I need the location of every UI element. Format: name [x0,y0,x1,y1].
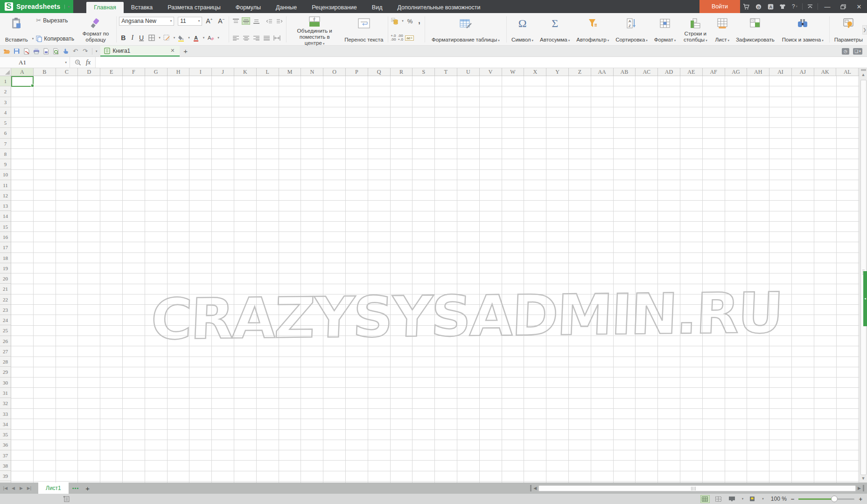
autosum-dropdown-icon[interactable]: ▾ [568,39,570,42]
app-logo[interactable]: S Spreadsheets ▾ [0,0,73,13]
row-header-2[interactable]: 2 [0,86,11,97]
row-header-36[interactable]: 36 [0,440,11,450]
open-icon[interactable] [2,47,11,56]
font-size-select[interactable]: 11▾ [178,17,202,26]
align-center-icon[interactable] [242,34,250,42]
column-header-AI[interactable]: AI [769,68,792,76]
ribbon-expand-icon[interactable]: ❯ [862,25,867,35]
column-header-F[interactable]: F [123,68,145,76]
autofilter-dropdown-icon[interactable]: ▾ [608,39,609,42]
column-header-Y[interactable]: Y [546,68,569,76]
tab-Рецензирование[interactable]: Рецензирование [304,2,364,13]
autofilter-button[interactable]: Автофильтр▾ [573,14,612,44]
column-header-D[interactable]: D [78,68,100,76]
text-format-button[interactable]: ae+ [405,35,414,41]
tab-Разметка страницы[interactable]: Разметка страницы [160,2,228,13]
print-icon[interactable] [32,47,41,56]
normal-view-icon[interactable] [700,495,710,503]
column-header-B[interactable]: B [34,68,56,76]
cut-button[interactable]: ✂ Вырезать [35,16,76,24]
column-header-C[interactable]: C [56,68,78,76]
row-header-8[interactable]: 8 [0,149,11,159]
document-close-icon[interactable]: ✕ [170,48,175,54]
column-header-G[interactable]: G [145,68,168,76]
login-button[interactable]: Войти [699,0,740,13]
column-header-X[interactable]: X [524,68,546,76]
row-header-29[interactable]: 29 [0,367,11,377]
row-header-13[interactable]: 13 [0,201,11,211]
close-button[interactable]: ✕ [851,0,867,13]
column-header-S[interactable]: S [413,68,435,76]
column-header-AG[interactable]: AG [725,68,748,76]
print-preview-icon[interactable] [51,47,60,56]
document-tab[interactable]: Книга1 ✕ [100,46,180,56]
zoom-slider[interactable] [798,498,854,500]
row-header-5[interactable]: 5 [0,118,11,128]
sort-button[interactable]: AZ Сортировка▾ [612,14,651,44]
rows-columns-dropdown-icon[interactable]: ▾ [706,39,707,42]
tab-Главная[interactable]: Главная [86,2,124,13]
row-header-12[interactable]: 12 [0,190,11,201]
tab-Вставка[interactable]: Вставка [124,2,160,13]
row-header-34[interactable]: 34 [0,419,11,429]
app-menu-dropdown-icon[interactable]: ▾ [64,5,70,9]
selection-mode-icon[interactable] [63,496,70,502]
row-header-18[interactable]: 18 [0,253,11,263]
undo-icon[interactable]: ↶ [71,47,80,56]
row-header-6[interactable]: 6 [0,128,11,138]
page-break-view-icon[interactable] [714,495,723,503]
history-icon[interactable]: ◷ [842,48,849,55]
restore-button[interactable] [835,0,851,13]
clear-format-button[interactable]: A [206,34,215,42]
row-header-27[interactable]: 27 [0,346,11,357]
column-header-AB[interactable]: AB [614,68,636,76]
currency-dropdown-icon[interactable]: ▾ [402,19,404,23]
tab-Вид[interactable]: Вид [364,2,390,13]
docer-icon[interactable]: D [752,0,764,13]
row-header-11[interactable]: 11 [0,180,11,190]
column-header-K[interactable]: K [234,68,257,76]
minimize-button[interactable]: — [819,0,835,13]
rows-columns-button[interactable]: Строки и столбцы▾ [679,14,712,44]
zoom-out-button[interactable]: − [791,496,795,503]
column-header-I[interactable]: I [189,68,212,76]
sheet-dropdown-icon[interactable]: ▾ [727,39,729,42]
row-header-31[interactable]: 31 [0,388,11,398]
column-header-V[interactable]: V [480,68,502,76]
column-header-J[interactable]: J [212,68,234,76]
quick-access-dropdown-icon[interactable]: ▾ [96,49,98,53]
increase-decimal-button[interactable]: +.0.00 [391,34,396,42]
scroll-left-icon[interactable]: ◀ [533,486,537,490]
table-format-dropdown-icon[interactable]: ▾ [498,39,500,42]
horizontal-split-handle-right[interactable] [863,485,864,491]
row-header-37[interactable]: 37 [0,450,11,461]
tab-Формулы[interactable]: Формулы [228,2,268,13]
horizontal-split-handle[interactable] [530,485,531,491]
find-replace-button[interactable]: Поиск и замена▾ [778,14,828,44]
zoom-slider-knob[interactable] [831,496,838,502]
row-header-38[interactable]: 38 [0,461,11,471]
fill-color-button[interactable] [177,34,185,42]
table-format-button[interactable]: Форматирование таблицы▾ [427,14,505,44]
column-header-AK[interactable]: AK [814,68,837,76]
column-header-AJ[interactable]: AJ [792,68,814,76]
format-dropdown-icon[interactable]: ▾ [674,39,676,42]
a-doc-icon[interactable]: A [764,0,776,13]
column-header-AC[interactable]: AC [636,68,658,76]
distribute-text-icon[interactable] [273,34,281,42]
zoom-in-button[interactable]: + [859,496,862,503]
increase-indent-icon[interactable] [275,17,284,25]
currency-icon[interactable]: ¥ [391,17,399,25]
print-setup-icon[interactable] [42,47,50,56]
symbol-dropdown-icon[interactable]: ▾ [532,39,534,42]
comma-button[interactable]: , [416,17,422,25]
new-document-tab-button[interactable]: + [180,46,192,56]
column-header-U[interactable]: U [457,68,480,76]
borders-button[interactable] [147,34,156,42]
reading-view-dropdown-icon[interactable]: ▾ [762,497,764,501]
first-sheet-icon[interactable]: |◀ [2,486,9,490]
column-header-AA[interactable]: AA [591,68,614,76]
align-middle-icon[interactable] [242,17,250,25]
add-sheet-button[interactable]: + [83,483,92,494]
redo-icon[interactable]: ↷ [81,47,90,56]
